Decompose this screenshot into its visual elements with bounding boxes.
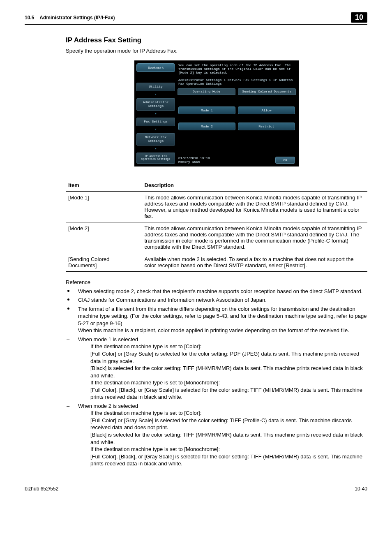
- mode-2-button[interactable]: Mode 2: [178, 123, 235, 130]
- chapter-badge: 10: [351, 12, 367, 23]
- list-item: The format of a file sent from this mach…: [66, 305, 367, 334]
- ref-line: If the destination machine type is set t…: [90, 446, 367, 453]
- crumb-ip-addr-fax[interactable]: IP Address Fax Operation Settings: [136, 153, 175, 163]
- panel-breadcrumb: Administrator Settings > Network Fax Set…: [176, 76, 297, 87]
- list-text: The format of a file sent from this mach…: [78, 306, 367, 326]
- table-row: [Sending Colored Documents] Available wh…: [66, 253, 367, 271]
- chevron-down-icon: ▾: [136, 129, 175, 131]
- cell-desc: This mode allows communication between K…: [142, 191, 367, 222]
- cell-item: [Mode 1]: [66, 191, 142, 222]
- mode-1-button[interactable]: Mode 1: [178, 106, 235, 114]
- list-text: When this machine is a recipient, color …: [78, 327, 349, 333]
- ref-line: If the destination machine type is set t…: [90, 343, 367, 350]
- ref-line: [Full Color] or [Gray Scale] is selected…: [90, 417, 367, 431]
- chevron-down-icon: ▾: [136, 113, 175, 115]
- mode2-title: When mode 2 is selected: [78, 403, 138, 409]
- restrict-button[interactable]: Restrict: [238, 123, 295, 130]
- meta-memory: Memory 100%: [178, 160, 210, 164]
- ref-line: [Full Color], [Black], or [Gray Scale] i…: [90, 386, 367, 401]
- page-footer: bizhub 652/552 10-40: [25, 484, 367, 492]
- cell-item: [Mode 2]: [66, 222, 142, 253]
- allow-button[interactable]: Allow: [238, 106, 295, 114]
- crumb-admin[interactable]: Administrator Settings: [136, 98, 175, 111]
- reference-list: When selecting mode 2, check that the re…: [66, 288, 367, 467]
- ref-line: [Black] is selected for the color settin…: [90, 431, 367, 446]
- list-item: When selecting mode 2, check that the re…: [66, 288, 367, 295]
- device-panel: Bookmark Utility ▾ Administrator Setting…: [134, 60, 299, 166]
- panel-meta: 01/07/2010 13:18 Memory 100%: [178, 157, 210, 164]
- tab-colored-docs[interactable]: Sending Colored Documents: [238, 88, 296, 95]
- list-item: When mode 2 is selected If the destinati…: [66, 402, 367, 467]
- list-item: CIAJ stands for Communications and Infor…: [66, 296, 367, 304]
- running-header: 10.5 Administrator Settings (IP/I-Fax) 1…: [25, 12, 367, 25]
- bookmark-button[interactable]: Bookmark: [136, 63, 175, 72]
- crumb-utility[interactable]: Utility: [136, 83, 175, 91]
- tab-operating-mode[interactable]: Operating Mode: [178, 88, 235, 95]
- footer-right: 10-40: [355, 486, 367, 492]
- table-row: [Mode 1] This mode allows communication …: [66, 191, 367, 222]
- cell-item: [Sending Colored Documents]: [66, 253, 142, 271]
- mode1-title: When mode 1 is selected: [78, 336, 138, 342]
- header-section: 10.5 Administrator Settings (IP/I-Fax): [25, 15, 115, 21]
- th-desc: Description: [142, 179, 367, 191]
- th-item: Item: [66, 179, 142, 191]
- ref-line: [Black] is selected for the color settin…: [90, 365, 367, 379]
- reference-heading: Reference: [66, 279, 367, 285]
- chevron-down-icon: ▾: [136, 148, 175, 150]
- page-title: IP Address Fax Setting: [66, 36, 367, 44]
- crumb-network-fax[interactable]: Network Fax Settings: [136, 133, 175, 146]
- list-item: When mode 1 is selected If the destinati…: [66, 336, 367, 401]
- intro-text: Specify the operation mode for IP Addres…: [66, 48, 367, 54]
- table-row: [Mode 2] This mode allows communication …: [66, 222, 367, 253]
- crumb-fax[interactable]: Fax Settings: [136, 118, 175, 126]
- ref-line: If the destination machine type is set t…: [90, 379, 367, 386]
- ref-line: If the destination machine type is set t…: [90, 409, 367, 417]
- panel-help-text: You can set the operating mode of the IP…: [176, 62, 297, 76]
- footer-left: bizhub 652/552: [25, 486, 58, 492]
- description-table: Item Description [Mode 1] This mode allo…: [66, 179, 367, 272]
- chevron-down-icon: ▾: [136, 94, 175, 96]
- section-title: Administrator Settings (IP/I-Fax): [39, 15, 115, 21]
- section-no: 10.5: [25, 15, 34, 21]
- cell-desc: This mode allows communication between K…: [142, 222, 367, 253]
- cell-desc: Available when mode 2 is selected. To se…: [142, 253, 367, 271]
- ref-line: [Full Color], [Black], or [Gray Scale] i…: [90, 453, 367, 467]
- ref-line: [Full Color] or [Gray Scale] is selected…: [90, 350, 367, 365]
- ok-button[interactable]: OK: [275, 157, 295, 164]
